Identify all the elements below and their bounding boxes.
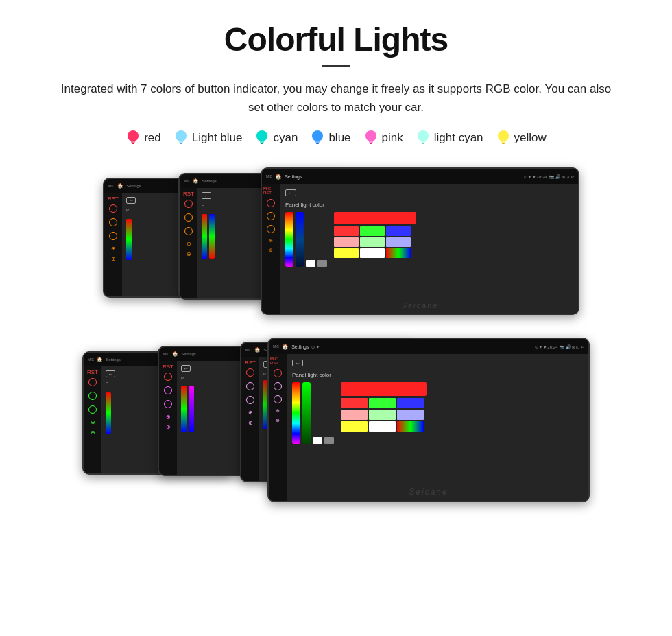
color-label-red: red <box>144 131 161 145</box>
light-cyan-bulb-icon <box>416 129 431 147</box>
svg-point-6 <box>256 130 267 141</box>
svg-rect-14 <box>370 143 372 144</box>
svg-rect-5 <box>180 143 182 144</box>
red-bulb-icon <box>125 129 141 147</box>
color-label-cyan: cyan <box>273 131 298 145</box>
svg-rect-20 <box>502 143 505 144</box>
bottom-devices-row: MIC 🏠 Settings RST ⊕ ⊕ <box>27 338 645 513</box>
svg-rect-17 <box>422 143 424 144</box>
light-blue-bulb-icon <box>173 129 189 147</box>
color-item-blue: blue <box>310 129 350 147</box>
svg-point-0 <box>128 130 139 141</box>
svg-rect-10 <box>315 141 320 143</box>
svg-rect-13 <box>369 141 373 143</box>
device-3-main: MIC 🏠 Settings ⊙ ✦ ♥ 20:24 📷 🔊 ⊠ ⊡ ↩ MIC… <box>261 167 579 315</box>
color-item-pink: pink <box>363 129 403 147</box>
color-item-yellow: yellow <box>496 129 547 147</box>
bottom-stacked-group: MIC 🏠 Settings RST ⊕ ⊕ <box>82 338 590 513</box>
blue-bulb-icon <box>310 129 325 147</box>
page-container: Colorful Lights Integrated with 7 colors… <box>0 0 672 540</box>
pink-bulb-icon <box>363 129 379 147</box>
svg-rect-11 <box>316 143 319 144</box>
color-item-cyan: cyan <box>254 129 298 147</box>
svg-rect-16 <box>421 141 425 143</box>
svg-rect-8 <box>261 143 263 144</box>
svg-point-3 <box>176 130 187 141</box>
color-label-yellow: yellow <box>514 131 547 145</box>
title-divider <box>322 65 350 67</box>
yellow-bulb-icon <box>496 129 511 147</box>
svg-rect-4 <box>179 141 183 143</box>
page-title: Colorful Lights <box>27 21 645 58</box>
color-indicators-row: red Light blue cyan <box>27 129 645 147</box>
top-stacked-group: MIC 🏠 Settings RST ⊕ ⊕ <box>89 167 583 325</box>
color-label-light-blue: Light blue <box>192 131 243 145</box>
color-label-pink: pink <box>382 131 403 145</box>
svg-point-9 <box>312 130 323 141</box>
watermark-bottom: Seicane <box>409 487 448 497</box>
svg-point-18 <box>498 130 509 141</box>
svg-rect-7 <box>260 141 264 143</box>
svg-rect-19 <box>501 141 505 143</box>
description-text: Integrated with 7 colors of button indic… <box>55 80 617 117</box>
top-devices-row: MIC 🏠 Settings RST ⊕ ⊕ <box>27 167 645 325</box>
color-label-light-cyan: light cyan <box>434 131 483 145</box>
color-item-light-cyan: light cyan <box>416 129 483 147</box>
color-label-blue: blue <box>328 131 350 145</box>
svg-rect-2 <box>132 143 134 144</box>
svg-rect-1 <box>131 141 135 143</box>
svg-point-12 <box>365 130 376 141</box>
svg-point-15 <box>418 130 429 141</box>
watermark-top: Seicane <box>402 301 439 309</box>
color-item-light-blue: Light blue <box>173 129 243 147</box>
color-item-red: red <box>125 129 161 147</box>
cyan-bulb-icon <box>254 129 269 147</box>
device-7-main: MIC 🏠 Settings ⊙ ✦ ⊙ ✦ ♥ 20:24 📷 🔊 ⊠ ⊡ ↩ <box>267 338 590 502</box>
